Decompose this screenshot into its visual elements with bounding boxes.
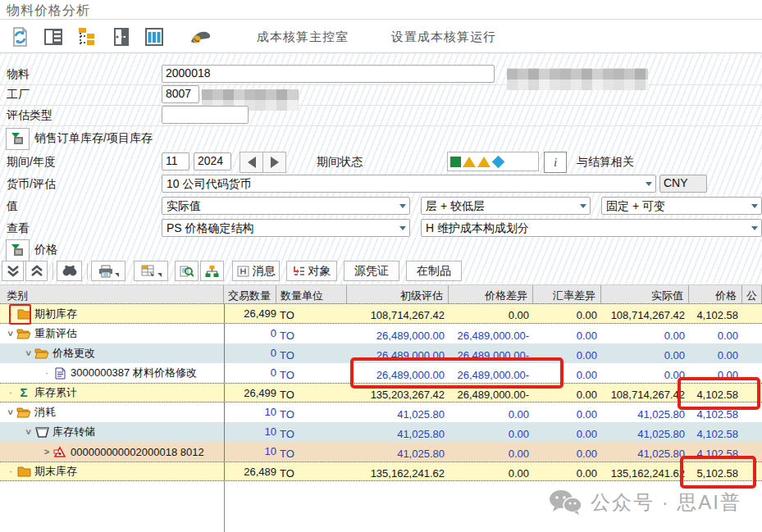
page-title: 物料价格分析: [7, 2, 90, 20]
value-row: 值 实际值 层 + 较低层 固定 + 可变: [0, 196, 762, 216]
value-cell-0: 26,489,000.00: [347, 326, 449, 342]
column-header-7[interactable]: 价格: [689, 285, 742, 303]
display-detail-button[interactable]: [175, 261, 198, 281]
messages-button[interactable]: 消息: [232, 261, 280, 281]
previous-period-button[interactable]: [240, 152, 263, 173]
exit-door-icon[interactable]: [107, 25, 135, 49]
export-button[interactable]: [134, 261, 168, 281]
value-cell-0: 135,203,267.42: [347, 385, 449, 401]
refresh-document-icon[interactable]: [6, 25, 34, 49]
column-header-6[interactable]: 实际值: [601, 285, 689, 303]
plant-row: 工厂 8007: [0, 84, 762, 106]
sales-order-stock-label: 销售订单库存/项目库存: [34, 131, 153, 146]
tree-expander-icon[interactable]: >: [23, 348, 34, 359]
tree-expander-icon[interactable]: >: [5, 328, 16, 339]
table-row-0[interactable]: ·期初库存26,499TO108,714,267.420.000.00108,7…: [0, 304, 762, 324]
unit-cell: TO: [276, 326, 347, 342]
value-cell-1: 0.00: [449, 405, 533, 421]
value-cell-2: 0.00: [533, 425, 601, 440]
column-header-5[interactable]: 汇率差异: [533, 285, 601, 303]
tree-expander-icon[interactable]: >: [23, 426, 34, 438]
row-label: 库存累计: [34, 385, 77, 400]
period-year-row: 期间/年度 11 2024 期间状态 i 与结算相关: [0, 152, 762, 172]
hierarchy-orange-icon[interactable]: [73, 25, 101, 49]
table-row-4[interactable]: ·Σ库存累计26,499TO135,203,267.4226,489,000.0…: [0, 383, 762, 402]
wip-button[interactable]: 在制品: [406, 261, 462, 281]
plant-input[interactable]: 8007: [162, 85, 199, 103]
currency-select[interactable]: 10 公司代码货币: [162, 175, 656, 193]
chevron-down-icon: [399, 226, 406, 230]
quantity-cell: 10: [224, 442, 276, 462]
column-header-0[interactable]: 类别: [0, 285, 224, 303]
level-select[interactable]: 层 + 较低层: [421, 197, 591, 215]
table-row-1[interactable]: >重新评估0TO26,489,000.0026,489,000.00-0.000…: [0, 324, 762, 343]
price-section-expand-button[interactable]: [6, 239, 30, 261]
material-input[interactable]: 2000018: [162, 65, 495, 83]
dropdown-arrow-icon: [115, 273, 119, 277]
hierarchy-button[interactable]: [200, 261, 224, 281]
valuation-type-input[interactable]: [162, 106, 249, 124]
chevron-down-icon: [399, 204, 406, 208]
layout-list-icon[interactable]: [39, 25, 67, 49]
print-button[interactable]: [91, 261, 125, 281]
table-row-2[interactable]: >价格更改0TO26,489,000.0026,489,000.00-0.000…: [0, 343, 762, 363]
binoculars-icon: [62, 265, 77, 277]
period-status-indicator: [447, 152, 539, 171]
set-costing-run-link[interactable]: 设置成本核算运行: [391, 30, 496, 45]
find-button[interactable]: [57, 261, 82, 281]
chevron-down-icon: [580, 204, 586, 208]
value-cell-4: 4,102.58: [689, 385, 742, 401]
document-icon: [52, 366, 67, 380]
column-header-1[interactable]: 交易数量: [224, 285, 276, 303]
material-label: 物料: [7, 67, 30, 82]
tree-expander-icon[interactable]: >: [41, 446, 52, 457]
value-cell-4: 0.00: [689, 346, 742, 361]
value-cell-2: 0.00: [533, 385, 601, 401]
cost-component-select[interactable]: H 维护成本构成划分: [421, 219, 762, 237]
row-label: 库存转储: [52, 425, 95, 439]
expand-all-button[interactable]: [2, 261, 24, 281]
table-row-6[interactable]: >库存转储10TO41,025.800.000.0041,025.804,102…: [0, 422, 762, 442]
view-select[interactable]: PS 价格确定结构: [162, 219, 410, 237]
tree-column-separator: [224, 481, 225, 532]
value-cell-1: 0.00: [449, 306, 533, 321]
column-header-3[interactable]: 初级评估: [347, 285, 449, 303]
wechat-icon: [548, 489, 582, 516]
fixed-variable-select[interactable]: 固定 + 可变: [601, 197, 762, 215]
green-square-icon: [450, 157, 461, 167]
currency-label: 货币/评估: [7, 177, 56, 192]
year-input[interactable]: 2024: [194, 152, 231, 171]
ok-hand-icon[interactable]: [186, 25, 214, 49]
source-document-button[interactable]: 源凭证: [344, 261, 399, 281]
source-document-button-label: 源凭证: [354, 264, 389, 279]
table-row-5[interactable]: >消耗10TO41,025.800.000.0041,025.804,102.5…: [0, 402, 762, 422]
table-row-7[interactable]: >000000000002000018 801210TO41,025.800.0…: [0, 442, 762, 462]
value-cell-2: 0.00: [533, 326, 601, 342]
value-select[interactable]: 实际值: [162, 197, 410, 215]
period-input[interactable]: 11: [162, 152, 189, 171]
level-select-value: 层 + 较低层: [426, 199, 485, 212]
tree-expander-icon[interactable]: >: [5, 407, 16, 418]
table-row-3[interactable]: ·3000000387 材料价格修改0TO26,489,000.0026,489…: [0, 363, 762, 383]
column-header-4[interactable]: 价格差异: [449, 285, 533, 303]
messages-button-label: 消息: [253, 264, 276, 279]
objects-button[interactable]: 对象: [286, 261, 337, 281]
value-cell-1: 0.00: [449, 464, 533, 480]
collapse-all-button[interactable]: [25, 261, 48, 281]
row-label: 3000000387 材料价格修改: [71, 366, 197, 380]
column-header-2[interactable]: 数量单位: [276, 285, 347, 303]
section-expand-button[interactable]: [6, 128, 30, 150]
table-window-icon[interactable]: [140, 25, 168, 49]
next-period-button[interactable]: [262, 152, 286, 173]
divider: [0, 19, 762, 20]
cost-accounting-cockpit-link[interactable]: 成本核算主控室: [257, 30, 349, 45]
value-cell-0: 135,162,241.62: [347, 464, 449, 480]
value-cell-4: 4,102.58: [689, 405, 742, 421]
column-header-8[interactable]: 公: [742, 285, 762, 303]
value-cell-4: 4,102.58: [689, 425, 742, 440]
folder-closed-icon: [16, 465, 31, 478]
info-button[interactable]: i: [544, 152, 567, 173]
value-cell-0: 41,025.80: [347, 444, 449, 460]
table-row-8[interactable]: ·期末库存26,489TO135,162,241.620.000.00135,1…: [0, 462, 762, 481]
value-cell-0: 26,489,000.00: [347, 346, 449, 361]
